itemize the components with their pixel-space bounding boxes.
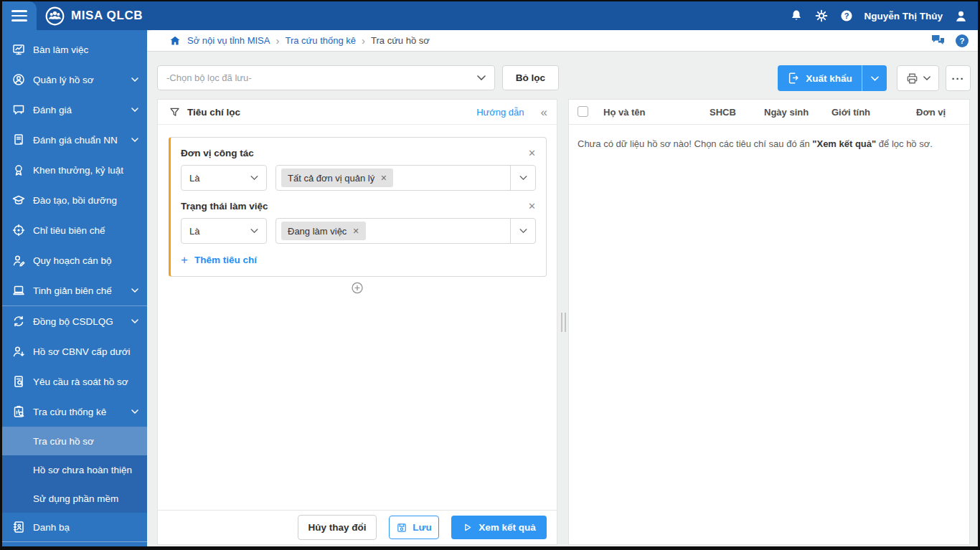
hamburger-icon [11,10,27,12]
collapse-panel-icon[interactable]: « [541,106,547,118]
monitor-icon [11,42,26,57]
chevron-down-icon [131,288,138,293]
sidebar-item-danh-gia-chuan-nn[interactable]: Đánh giá chuẩn NN [2,125,147,155]
sidebar-subitem-su-dung-phan-mem[interactable]: Sử dụng phần mềm [2,484,147,513]
sidebar-item-khen-thuong-ky-luat[interactable]: Khen thưởng, kỷ luật [2,155,147,185]
sidebar-submenu-tra-cuu-thong-ke: Tra cứu hồ sơ Hồ sơ chưa hoàn thiện Sử d… [2,427,147,513]
chevron-down-icon [250,176,258,180]
chevron-down-icon [250,229,258,233]
operator-select[interactable]: Là [181,218,267,244]
column-header-shcb[interactable]: SHCB [710,100,736,124]
sidebar-item-ho-so-cbnv-cap-duoi[interactable]: Hồ sơ CBNV cấp dưới [2,336,147,366]
feedback-chat-icon[interactable] [930,34,946,47]
chevron-down-icon [519,229,527,233]
filter-panel-footer: Hủy thay đổi Lưu Xem kết quả [158,510,557,544]
more-actions-button[interactable]: ··· [946,65,971,91]
column-header-don-vi[interactable]: Đơn vị [916,100,946,124]
chevron-down-icon [519,176,527,180]
column-header-gioi-tinh[interactable]: Giới tính [831,100,870,124]
value-multiselect[interactable]: Tất cả đơn vị quản lý ✕ [275,165,536,191]
multiselect-dropdown-toggle[interactable] [510,166,535,190]
ellipsis-icon: ··· [952,72,965,85]
export-dropdown-button[interactable] [862,65,887,91]
remove-criterion-icon[interactable]: ✕ [528,201,536,212]
svg-text:?: ? [844,11,849,20]
misa-logo-icon [45,6,65,26]
filter-panel-title: Tiêu chí lọc [187,107,240,118]
home-icon[interactable] [169,34,182,47]
select-all-checkbox[interactable] [578,106,588,117]
clear-filter-button[interactable]: Bỏ lọc [502,65,559,90]
profile-icon [11,72,26,87]
breadcrumb-link-tra-cuu-thong-ke[interactable]: Tra cứu thống kê [285,35,356,46]
breadcrumb: Sở nội vụ tỉnh MISA › Tra cứu thống kê ›… [147,30,978,52]
chevron-down-icon [477,75,486,80]
help-circle-icon[interactable]: ? [955,34,969,48]
gear-icon[interactable] [814,9,829,23]
document-search-icon [11,374,26,389]
breadcrumb-separator: › [275,35,279,46]
sidebar-item-dao-tao-boi-duong[interactable]: Đào tạo, bồi dưỡng [2,185,147,215]
document-star-icon [11,133,26,147]
add-criterion-link[interactable]: + Thêm tiêu chí [181,254,536,266]
filter-panel: Tiêu chí lọc Hướng dẫn « Đơn vị công tác… [157,99,557,545]
operator-select[interactable]: Là [181,165,267,191]
filter-panel-header: Tiêu chí lọc Hướng dẫn « [158,100,557,125]
chevron-down-icon [131,77,138,82]
help-icon[interactable]: ? [839,9,854,23]
chip-remove-icon[interactable]: ✕ [380,174,387,183]
selected-value-chip: Đang làm việc ✕ [281,222,366,240]
view-results-button[interactable]: Xem kết quả [451,516,547,539]
criterion-label: Trạng thái làm việc [181,201,268,212]
column-header-ngay-sinh[interactable]: Ngày sinh [764,100,809,124]
print-button[interactable] [897,65,939,91]
user-name[interactable]: Nguyễn Thị Thủy [864,11,943,22]
sidebar-item-chi-tieu-bien-che[interactable]: Chỉ tiêu biên chế [2,215,147,245]
panel-resize-handle[interactable] [561,313,566,332]
help-guide-link[interactable]: Hướng dẫn [476,107,524,118]
multiselect-dropdown-toggle[interactable] [510,219,535,243]
feedback-star-icon [11,103,26,117]
sidebar-item-tinh-gian-bien-che[interactable]: Tinh giản biên chế [2,275,147,305]
sidebar-item-yeu-cau-ra-soat-ho-so[interactable]: Yêu cầu rà soát hồ sơ [2,366,147,397]
sidebar-subitem-tra-cuu-ho-so[interactable]: Tra cứu hồ sơ [2,427,147,455]
sidebar-item-danh-gia[interactable]: Đánh giá [2,95,147,125]
chevron-down-icon [923,76,930,80]
sidebar-item-dong-bo-csdlqg[interactable]: Đồng bộ CSDLQG [2,306,147,336]
user-icon[interactable] [953,9,969,24]
column-header-ho-va-ten[interactable]: Họ và tên [603,100,646,124]
sidebar-subitem-ho-so-chua-hoan-thien[interactable]: Hồ sơ chưa hoàn thiện [2,455,147,484]
breadcrumb-link-so-noi-vu[interactable]: Sở nội vụ tỉnh MISA [187,35,270,46]
cancel-changes-button[interactable]: Hủy thay đổi [298,515,377,540]
sidebar-item-tra-cuu-thong-ke[interactable]: Tra cứu thống kê [2,397,147,427]
hamburger-menu-button[interactable] [2,1,37,30]
table-header-row: Họ và tên SHCB Ngày sinh Giới tính Đơn v… [569,100,969,125]
sidebar-item-quan-ly-ho-so[interactable]: Quản lý hồ sơ [2,65,147,95]
person-download-icon [11,344,26,359]
sidebar-item-danh-ba[interactable]: Danh bạ [2,513,147,541]
sidebar-item-ban-lam-viec[interactable]: Bàn làm việc [2,34,147,65]
results-table-panel: Họ và tên SHCB Ngày sinh Giới tính Đơn v… [568,99,970,545]
sidebar-bottom-divider [2,541,147,546]
add-criteria-group-button[interactable] [351,281,364,295]
export-button[interactable]: Xuất khẩu [778,65,862,91]
empty-state-message: Chưa có dữ liệu hồ sơ nào! Chọn các tiêu… [569,125,969,164]
sidebar-item-quy-hoach-can-bo[interactable]: Quy hoạch cán bộ [2,245,147,275]
chevron-down-icon [131,108,138,112]
chip-remove-icon[interactable]: ✕ [352,227,359,236]
saved-filter-select[interactable]: -Chọn bộ lọc đã lưu- [157,65,495,90]
printer-icon [905,72,919,85]
app-title: MISA QLCB [71,9,143,23]
bell-icon[interactable] [789,9,804,23]
graduation-cap-icon [11,193,26,207]
play-icon [462,522,473,533]
clipboard-search-icon [11,404,26,419]
saved-filter-placeholder: -Chọn bộ lọc đã lưu- [166,72,252,83]
chevron-down-icon [131,138,138,142]
save-filter-button[interactable]: Lưu [389,516,439,539]
selected-value-chip: Tất cả đơn vị quản lý ✕ [281,169,393,187]
value-multiselect[interactable]: Đang làm việc ✕ [275,218,536,244]
breadcrumb-separator: › [362,35,365,46]
remove-criterion-icon[interactable]: ✕ [528,148,536,158]
chevron-down-icon [871,76,879,81]
